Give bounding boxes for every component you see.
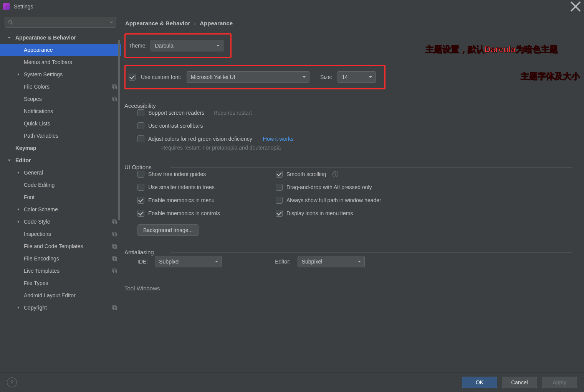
sidebar-item-quick-lists[interactable]: Quick Lists bbox=[0, 117, 121, 130]
sidebar-item-file-colors[interactable]: File Colors bbox=[0, 81, 121, 93]
settings-tree[interactable]: Appearance & BehaviorAppearanceMenus and… bbox=[0, 31, 121, 372]
breadcrumb-leaf: Appearance bbox=[200, 20, 233, 26]
chevron-down-icon bbox=[302, 74, 306, 80]
sidebar-item-android-layout-editor[interactable]: Android Layout Editor bbox=[0, 289, 121, 301]
how-it-works-link[interactable]: How it works bbox=[263, 136, 293, 142]
sidebar-item-label: Quick Lists bbox=[24, 120, 50, 127]
smaller-indent-label: Use smaller indents in trees bbox=[148, 184, 215, 190]
svg-line-1 bbox=[12, 23, 13, 25]
sidebar-item-appearance-behavior[interactable]: Appearance & Behavior bbox=[0, 31, 121, 44]
sidebar-item-label: System Settings bbox=[24, 71, 63, 77]
chevron-right-icon bbox=[16, 305, 21, 310]
sidebar-item-notifications[interactable]: Notifications bbox=[0, 105, 121, 117]
svg-rect-14 bbox=[112, 269, 116, 272]
sidebar-item-color-scheme[interactable]: Color Scheme bbox=[0, 203, 121, 216]
per-project-icon bbox=[112, 268, 117, 273]
sidebar-item-system-settings[interactable]: System Settings bbox=[0, 68, 121, 81]
per-project-icon bbox=[112, 84, 117, 89]
icons-menu-checkbox[interactable] bbox=[276, 210, 283, 217]
smooth-scrolling-checkbox[interactable] bbox=[276, 171, 283, 178]
per-project-icon bbox=[112, 305, 117, 310]
sidebar-item-copyright[interactable]: Copyright bbox=[0, 301, 121, 314]
mnemonics-menu-checkbox[interactable] bbox=[137, 197, 144, 204]
svg-rect-16 bbox=[112, 306, 116, 309]
background-image-button[interactable]: Background Image... bbox=[137, 224, 199, 236]
sidebar-item-menus-and-toolbars[interactable]: Menus and Toolbars bbox=[0, 56, 121, 68]
sidebar-item-live-templates[interactable]: Live Templates bbox=[0, 265, 121, 277]
help-icon[interactable]: ? bbox=[333, 171, 338, 177]
ide-aa-value: Subpixel bbox=[159, 259, 180, 265]
sidebar-item-file-encodings[interactable]: File Encodings bbox=[0, 252, 121, 265]
chevron-down-icon bbox=[357, 259, 361, 265]
dnd-alt-label: Drag-and-drop with Alt pressed only bbox=[286, 184, 372, 190]
sidebar-item-file-types[interactable]: File Types bbox=[0, 277, 121, 289]
sidebar-item-label: Path Variables bbox=[24, 133, 58, 139]
scrollbar[interactable] bbox=[118, 40, 120, 220]
help-button[interactable]: ? bbox=[7, 377, 17, 387]
sidebar-item-scopes[interactable]: Scopes bbox=[0, 93, 121, 105]
svg-rect-9 bbox=[114, 233, 117, 236]
contrast-scrollbars-checkbox[interactable] bbox=[137, 122, 144, 129]
screen-readers-checkbox[interactable] bbox=[137, 109, 144, 116]
mnemonics-controls-checkbox[interactable] bbox=[137, 210, 144, 217]
editor-aa-select[interactable]: Subpixel bbox=[298, 256, 365, 267]
sidebar-item-label: File and Code Templates bbox=[24, 243, 83, 249]
sidebar-item-path-variables[interactable]: Path Variables bbox=[0, 130, 121, 142]
apply-button[interactable]: Apply bbox=[542, 377, 577, 388]
tree-indent-checkbox[interactable] bbox=[137, 171, 144, 178]
size-select[interactable]: 14 bbox=[337, 71, 376, 83]
sidebar-item-general[interactable]: General bbox=[0, 166, 121, 179]
sidebar-item-label: Copyright bbox=[24, 305, 47, 311]
contrast-scrollbars-label: Use contrast scrollbars bbox=[148, 123, 203, 129]
sidebar-item-label: Notifications bbox=[24, 108, 53, 114]
theme-label: Theme: bbox=[129, 43, 147, 49]
search-input[interactable] bbox=[5, 17, 116, 28]
dialog-button-bar: ? OK Cancel Apply bbox=[0, 372, 584, 392]
apply-label: Apply bbox=[553, 379, 566, 385]
svg-rect-6 bbox=[112, 220, 116, 223]
svg-rect-2 bbox=[112, 85, 116, 88]
size-label: Size: bbox=[320, 74, 332, 80]
search-field[interactable] bbox=[16, 19, 108, 25]
sidebar-item-label: Font bbox=[24, 194, 35, 200]
sidebar-item-inspections[interactable]: Inspections bbox=[0, 228, 121, 240]
sidebar-item-font[interactable]: Font bbox=[0, 191, 121, 203]
sidebar-item-keymap[interactable]: Keymap bbox=[0, 142, 121, 154]
sidebar-item-code-editing[interactable]: Code Editing bbox=[0, 179, 121, 191]
sidebar-item-label: File Colors bbox=[24, 84, 50, 90]
font-select[interactable]: Microsoft YaHei UI bbox=[187, 71, 309, 83]
breadcrumb-root[interactable]: Appearance & Behavior bbox=[125, 20, 190, 26]
per-project-icon bbox=[112, 244, 117, 249]
section-tool-windows: Tool Windows bbox=[124, 285, 572, 292]
full-path-label: Always show full path in window header bbox=[286, 197, 381, 203]
cancel-button[interactable]: Cancel bbox=[502, 377, 537, 388]
breadcrumb: Appearance & Behavior › Appearance bbox=[121, 18, 572, 33]
ok-button[interactable]: OK bbox=[462, 377, 497, 388]
color-deficiency-checkbox[interactable] bbox=[137, 135, 144, 142]
tree-indent-label: Show tree indent guides bbox=[148, 171, 206, 177]
sidebar-item-label: Code Style bbox=[24, 219, 50, 225]
sidebar-item-file-and-code-templates[interactable]: File and Code Templates bbox=[0, 240, 121, 252]
screen-readers-label: Support screen readers bbox=[148, 110, 204, 116]
smooth-scrolling-label: Smooth scrolling bbox=[286, 171, 326, 177]
background-image-label: Background Image... bbox=[143, 227, 193, 233]
sidebar-item-code-style[interactable]: Code Style bbox=[0, 216, 121, 228]
window-title: Settings bbox=[14, 3, 33, 10]
use-custom-font-checkbox[interactable] bbox=[129, 74, 136, 81]
dnd-alt-checkbox[interactable] bbox=[276, 184, 283, 191]
content-pane: Appearance & Behavior › Appearance Theme… bbox=[121, 13, 584, 372]
theme-select[interactable]: Darcula bbox=[151, 40, 223, 51]
svg-rect-15 bbox=[114, 270, 117, 273]
requires-restart-hint: Requires restart bbox=[213, 110, 252, 116]
per-project-icon bbox=[112, 219, 117, 224]
sidebar-item-label: Appearance & Behavior bbox=[15, 35, 76, 41]
smaller-indent-checkbox[interactable] bbox=[137, 184, 144, 191]
close-icon[interactable] bbox=[570, 1, 581, 12]
sidebar-item-label: Android Layout Editor bbox=[24, 292, 76, 298]
full-path-checkbox[interactable] bbox=[276, 197, 283, 204]
svg-rect-8 bbox=[112, 232, 116, 235]
ide-aa-select[interactable]: Subpixel bbox=[155, 256, 222, 267]
sidebar-item-editor[interactable]: Editor bbox=[0, 154, 121, 166]
sidebar-item-appearance[interactable]: Appearance bbox=[0, 44, 121, 56]
theme-highlight: Theme: Darcula bbox=[124, 33, 232, 58]
